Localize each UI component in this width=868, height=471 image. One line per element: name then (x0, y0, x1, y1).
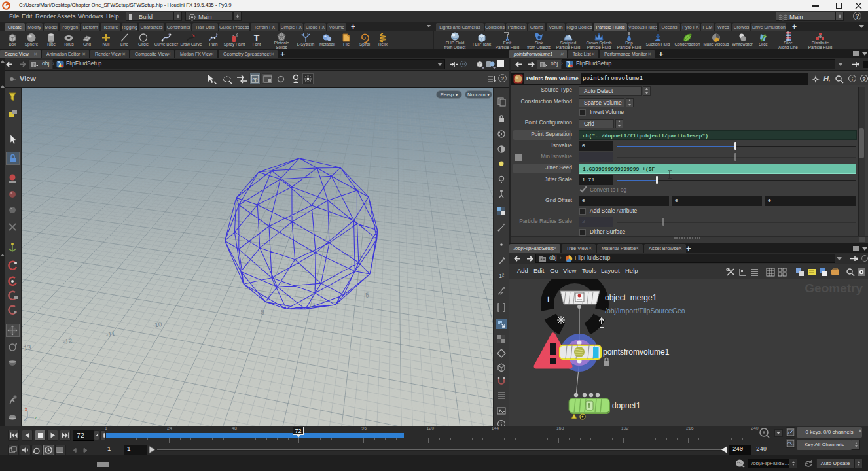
svg-text:x: x (25, 407, 27, 411)
svg-text:1²: 1² (499, 273, 504, 279)
svg-text:i: i (547, 294, 550, 304)
svg-text:T: T (254, 33, 260, 43)
svg-text:op: op (253, 77, 258, 82)
svg-text:z: z (35, 415, 37, 420)
